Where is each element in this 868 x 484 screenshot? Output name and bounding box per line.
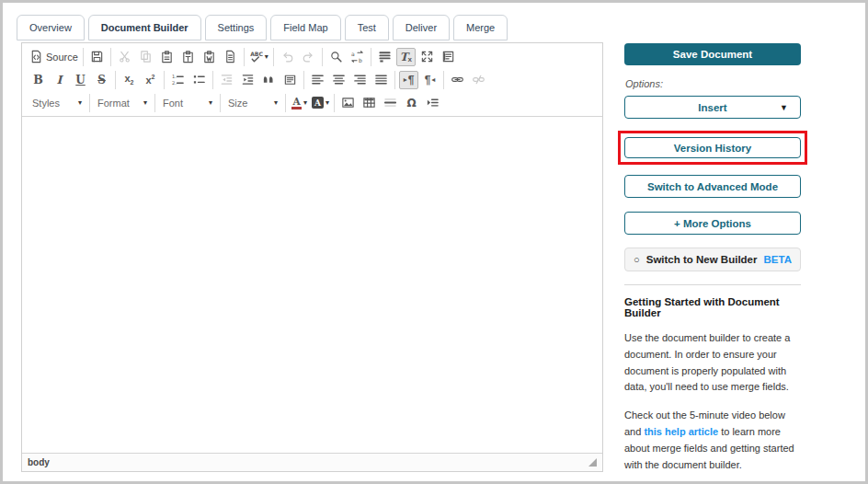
table-button[interactable] xyxy=(360,94,379,112)
bidi-rtl-button[interactable]: ¶◂ xyxy=(420,71,440,89)
font-dropdown[interactable]: Font▾ xyxy=(158,94,217,112)
strikethrough-button[interactable]: S xyxy=(92,71,111,89)
indent-button[interactable] xyxy=(238,71,257,89)
select-all-button[interactable] xyxy=(375,48,394,66)
save-document-button[interactable]: Save Document xyxy=(624,43,801,65)
paste-icon xyxy=(160,50,174,63)
redo-icon xyxy=(302,50,315,63)
omega-button[interactable]: Ω xyxy=(402,94,421,112)
chevron-down-icon: ▾ xyxy=(143,99,147,107)
redo-button xyxy=(299,48,318,66)
svg-text:1.: 1. xyxy=(172,74,177,79)
svg-text:ABC: ABC xyxy=(250,51,263,57)
page-break-button[interactable] xyxy=(423,94,442,112)
unlink-icon xyxy=(472,73,485,86)
align-center-button[interactable] xyxy=(329,71,348,89)
paste-text-icon xyxy=(181,50,195,63)
paste-text-button[interactable] xyxy=(178,48,198,66)
bold-button[interactable]: B xyxy=(29,71,48,89)
svg-text:a: a xyxy=(351,51,355,57)
bg-color-icon: A xyxy=(312,97,324,109)
div-container-button[interactable] xyxy=(280,71,300,89)
help-heading: Getting Started with Document Builder xyxy=(624,296,801,318)
chevron-down-icon: ▾ xyxy=(303,99,307,107)
insert-dropdown-button[interactable]: Insert ▼ xyxy=(624,96,801,119)
numbered-list-button[interactable]: 1.2. xyxy=(168,71,188,89)
advanced-mode-button[interactable]: Switch to Advanced Mode xyxy=(624,175,801,198)
format-dropdown[interactable]: Format▾ xyxy=(93,94,152,112)
chevron-down-icon: ▾ xyxy=(265,53,268,61)
undo-icon xyxy=(280,50,294,63)
tab-deliver[interactable]: Deliver xyxy=(393,15,450,40)
chevron-down-icon: ▾ xyxy=(78,99,82,107)
image-button[interactable] xyxy=(338,94,358,112)
remove-format-icon: Tx xyxy=(400,51,412,63)
link-icon xyxy=(451,73,464,86)
tab-settings[interactable]: Settings xyxy=(205,15,268,40)
size-dropdown[interactable]: Size▾ xyxy=(223,94,282,112)
version-history-button[interactable]: Version History xyxy=(624,137,801,158)
table-icon xyxy=(362,96,376,109)
tab-test[interactable]: Test xyxy=(345,15,389,40)
tab-overview[interactable]: Overview xyxy=(17,15,85,40)
text-color-button[interactable]: A▾ xyxy=(290,94,309,112)
italic-button[interactable]: I xyxy=(50,71,69,89)
bidi-ltr-icon: ▸¶ xyxy=(404,74,415,86)
tab-field-map[interactable]: Field Map xyxy=(270,15,340,40)
beta-badge: BETA xyxy=(763,254,791,265)
select-all-icon xyxy=(378,50,392,63)
page-frame: OverviewDocument BuilderSettingsField Ma… xyxy=(0,0,868,484)
replace-button[interactable]: ab xyxy=(348,48,367,66)
find-button[interactable] xyxy=(326,48,346,66)
remove-format-button[interactable]: Tx xyxy=(396,48,416,66)
save-button[interactable] xyxy=(87,48,107,66)
copy-icon xyxy=(139,50,153,63)
italic-icon: I xyxy=(57,73,63,86)
element-path[interactable]: body xyxy=(28,457,50,467)
more-options-button[interactable]: + More Options xyxy=(624,212,801,235)
bulleted-list-icon xyxy=(192,73,206,86)
align-justify-button[interactable] xyxy=(371,71,391,89)
templates-button[interactable] xyxy=(221,48,240,66)
align-right-button[interactable] xyxy=(350,71,370,89)
editor-statusbar: body xyxy=(22,453,602,471)
paste-word-button[interactable] xyxy=(200,48,219,66)
unlink-button xyxy=(469,71,488,89)
resize-handle[interactable] xyxy=(588,458,597,467)
styles-dropdown[interactable]: Styles▾ xyxy=(28,94,86,112)
align-left-icon xyxy=(311,73,325,86)
outdent-icon xyxy=(220,73,234,86)
bidi-ltr-button[interactable]: ▸¶ xyxy=(399,71,418,89)
source-button[interactable]: Source xyxy=(29,48,79,66)
horizontal-rule-icon xyxy=(383,96,397,109)
show-blocks-icon xyxy=(441,50,455,63)
help-paragraph-1: Use the document builder to create a doc… xyxy=(624,330,801,396)
subscript-button[interactable]: x2 xyxy=(120,71,139,89)
outdent-button xyxy=(217,71,236,89)
superscript-button[interactable]: x2 xyxy=(141,71,160,89)
switch-new-builder-button[interactable]: ○ Switch to New Builder BETA xyxy=(624,248,801,271)
link-button[interactable] xyxy=(448,71,467,89)
align-left-button[interactable] xyxy=(308,71,327,89)
horizontal-rule-button[interactable] xyxy=(381,94,400,112)
bulleted-list-button[interactable] xyxy=(189,71,209,89)
options-label: Options: xyxy=(625,78,800,89)
save-icon xyxy=(90,50,104,63)
blockquote-button[interactable] xyxy=(259,71,279,89)
maximize-button[interactable] xyxy=(417,48,437,66)
templates-icon xyxy=(223,50,237,63)
tab-document-builder[interactable]: Document Builder xyxy=(88,15,201,40)
strikethrough-icon: S xyxy=(97,74,106,86)
spellcheck-button[interactable]: ABC▾ xyxy=(248,48,269,66)
bg-color-button[interactable]: A▾ xyxy=(311,94,330,112)
show-blocks-button[interactable] xyxy=(439,48,458,66)
help-article-link[interactable]: this help article xyxy=(644,426,718,437)
editor-content[interactable] xyxy=(22,117,602,453)
editor-toolbar: SourceABC▾abTxBIUSx2x21.2.▸¶¶◂Styles▾For… xyxy=(22,43,602,117)
underline-button[interactable]: U xyxy=(71,71,90,89)
chevron-down-icon: ▼ xyxy=(780,103,788,112)
align-center-icon xyxy=(332,73,346,86)
tab-merge[interactable]: Merge xyxy=(453,15,508,40)
paste-button[interactable] xyxy=(157,48,177,66)
image-icon xyxy=(341,96,355,109)
